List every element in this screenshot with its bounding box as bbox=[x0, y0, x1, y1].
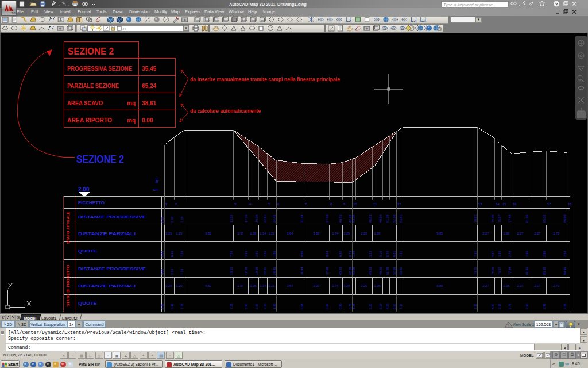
svg-text:40.03: 40.03 bbox=[339, 267, 342, 275]
svg-text:1.29: 1.29 bbox=[176, 232, 183, 235]
svg-text:7.28: 7.28 bbox=[180, 251, 184, 258]
svg-text:QUOTE: QUOTE bbox=[78, 248, 98, 254]
svg-text:5: 5 bbox=[268, 202, 270, 206]
svg-text:7.19: 7.19 bbox=[180, 217, 184, 223]
svg-text:53.61: 53.61 bbox=[399, 267, 403, 275]
svg-text:2.58: 2.58 bbox=[563, 304, 567, 310]
svg-text:DISTANZE PARZIALI: DISTANZE PARZIALI bbox=[78, 283, 136, 289]
svg-text:37.08: 37.08 bbox=[326, 267, 329, 275]
svg-text:1.29: 1.29 bbox=[166, 284, 172, 288]
svg-text:46.53: 46.53 bbox=[369, 267, 372, 275]
svg-text:0.66: 0.66 bbox=[300, 251, 304, 258]
svg-text:6.52: 6.52 bbox=[206, 232, 212, 235]
svg-text:1.36: 1.36 bbox=[504, 284, 510, 288]
svg-text:SEZIONE 2: SEZIONE 2 bbox=[76, 154, 124, 165]
svg-text:43.06: 43.06 bbox=[352, 215, 355, 223]
svg-text:10: 10 bbox=[11, 12, 16, 15]
svg-text:A: A bbox=[59, 18, 62, 22]
svg-text:0.80: 0.80 bbox=[339, 251, 342, 258]
svg-text:12: 12 bbox=[397, 202, 401, 206]
svg-text:22.61: 22.61 bbox=[264, 215, 267, 223]
svg-text:2.81: 2.81 bbox=[255, 251, 258, 258]
svg-text:2.20: 2.20 bbox=[361, 232, 368, 235]
svg-text:6.52: 6.52 bbox=[206, 284, 212, 288]
svg-text:mq: mq bbox=[127, 100, 136, 106]
svg-text:9: 9 bbox=[343, 202, 346, 206]
svg-text:3.23: 3.23 bbox=[369, 251, 372, 258]
svg-text:17.26: 17.26 bbox=[245, 215, 248, 223]
svg-text:13: 13 bbox=[478, 202, 482, 206]
svg-text:1.36: 1.36 bbox=[250, 284, 257, 288]
svg-text:1.36: 1.36 bbox=[374, 284, 381, 288]
svg-text:40.03: 40.03 bbox=[339, 215, 342, 223]
svg-text:35,45: 35,45 bbox=[142, 66, 156, 72]
svg-text:18: 18 bbox=[568, 202, 572, 206]
svg-text:75.57: 75.57 bbox=[498, 267, 501, 275]
svg-text:75.57: 75.57 bbox=[498, 215, 501, 223]
svg-text:2.58: 2.58 bbox=[563, 251, 567, 258]
svg-text:8: 8 bbox=[330, 202, 332, 206]
svg-text:0: 0 bbox=[123, 26, 126, 32]
svg-text:3: 3 bbox=[234, 202, 237, 206]
svg-text:2.96: 2.96 bbox=[543, 251, 546, 258]
svg-text:16: 16 bbox=[513, 202, 517, 206]
svg-text:24.45: 24.45 bbox=[273, 267, 276, 275]
svg-text:7.19: 7.19 bbox=[180, 269, 184, 275]
svg-text:3.23: 3.23 bbox=[369, 304, 372, 310]
svg-text:1.80: 1.80 bbox=[273, 304, 276, 310]
svg-text:1.36: 1.36 bbox=[374, 232, 381, 235]
svg-text:14: 14 bbox=[496, 202, 500, 206]
svg-text:89.90: 89.90 bbox=[563, 267, 567, 275]
svg-text:SEZIONE 2: SEZIONE 2 bbox=[68, 46, 114, 57]
svg-text:1.74: 1.74 bbox=[332, 232, 339, 235]
svg-text:6.46: 6.46 bbox=[171, 251, 174, 258]
svg-text:4.87: 4.87 bbox=[491, 251, 494, 258]
svg-text:DISTANZE PARZIALI: DISTANZE PARZIALI bbox=[78, 231, 136, 236]
svg-text:15: 15 bbox=[502, 202, 506, 206]
svg-text:2.10: 2.10 bbox=[171, 217, 174, 223]
svg-text:2.81: 2.81 bbox=[255, 304, 258, 310]
svg-text:2.20: 2.20 bbox=[264, 251, 267, 258]
svg-text:PICCHETTO: PICCHETTO bbox=[78, 200, 105, 205]
svg-text:7.31: 7.31 bbox=[399, 304, 403, 310]
svg-text:1.14: 1.14 bbox=[260, 284, 266, 288]
svg-text:3.64: 3.64 bbox=[287, 232, 293, 235]
svg-text:43.06: 43.06 bbox=[352, 267, 355, 275]
svg-text:0.64: 0.64 bbox=[326, 304, 329, 310]
svg-text:2.20: 2.20 bbox=[361, 284, 368, 288]
svg-text:2.73: 2.73 bbox=[554, 284, 560, 288]
svg-text:74.06: 74.06 bbox=[491, 267, 494, 275]
svg-text:2: 2 bbox=[175, 202, 177, 206]
svg-text:1.74: 1.74 bbox=[332, 284, 339, 288]
svg-text:85.35: 85.35 bbox=[543, 267, 546, 275]
svg-text:2.90: 2.90 bbox=[525, 304, 529, 310]
svg-text:2.96: 2.96 bbox=[543, 304, 546, 310]
svg-text:13.55: 13.55 bbox=[230, 215, 233, 223]
svg-text:0.66: 0.66 bbox=[300, 304, 304, 310]
svg-text:1: 1 bbox=[165, 202, 168, 206]
svg-text:DISTANZE PROGRESSIVE: DISTANZE PROGRESSIVE bbox=[78, 214, 146, 220]
svg-text:6.81: 6.81 bbox=[393, 304, 396, 310]
svg-text:1.14: 1.14 bbox=[260, 232, 266, 235]
svg-text:1.26: 1.26 bbox=[352, 304, 355, 310]
svg-text:7.28: 7.28 bbox=[230, 304, 233, 310]
svg-text:0.00: 0.00 bbox=[142, 117, 153, 124]
svg-text:24.45: 24.45 bbox=[273, 215, 276, 223]
svg-text:PROGRESSIVA SEZIONE: PROGRESSIVA SEZIONE bbox=[67, 66, 132, 72]
svg-text:AREA RIPORTO: AREA RIPORTO bbox=[67, 117, 112, 124]
svg-text:2.27: 2.27 bbox=[517, 284, 524, 288]
svg-text:1.29: 1.29 bbox=[344, 284, 350, 288]
svg-text:77.84: 77.84 bbox=[508, 267, 512, 275]
svg-text:81.90: 81.90 bbox=[525, 267, 529, 275]
svg-text:19.36: 19.36 bbox=[255, 215, 258, 223]
svg-text:1.97: 1.97 bbox=[238, 232, 244, 235]
svg-text:52.08: 52.08 bbox=[393, 267, 396, 275]
svg-text:1.21: 1.21 bbox=[269, 232, 275, 235]
svg-text:7.31: 7.31 bbox=[399, 251, 403, 258]
svg-text:3.93: 3.93 bbox=[245, 251, 248, 258]
svg-text:6.46: 6.46 bbox=[171, 304, 174, 310]
svg-text:7.28: 7.28 bbox=[180, 304, 184, 310]
svg-text:1.29: 1.29 bbox=[176, 284, 183, 288]
svg-text:2.20: 2.20 bbox=[264, 304, 267, 310]
svg-text:2.76: 2.76 bbox=[508, 304, 512, 310]
